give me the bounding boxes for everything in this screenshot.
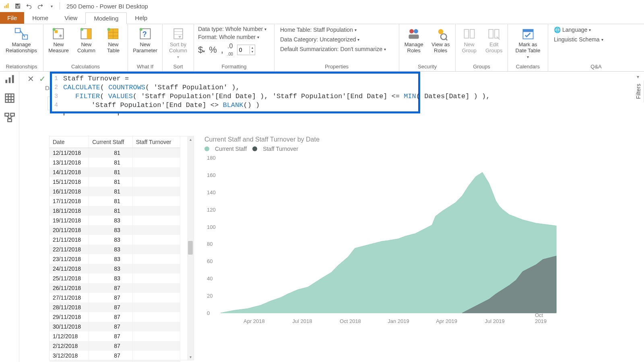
home-table-label: Home Table:	[280, 27, 312, 33]
redo-icon[interactable]	[36, 2, 44, 10]
edit-groups-button[interactable]: Edit Groups	[483, 26, 506, 54]
spinner-down-icon[interactable]: ▾	[250, 50, 255, 54]
table-row[interactable]: 30/11/201887	[50, 322, 180, 331]
cell-staff-turnover	[132, 216, 180, 225]
save-icon[interactable]	[14, 2, 22, 10]
table-row[interactable]: 23/11/201883	[50, 254, 180, 264]
table-row[interactable]: 19/11/201883	[50, 216, 180, 225]
new-column-button[interactable]: New Column	[74, 26, 99, 54]
data-view-icon[interactable]	[4, 93, 15, 104]
cell-staff-turnover	[132, 302, 180, 312]
commit-formula-button[interactable]: ✓	[39, 74, 46, 84]
table-row[interactable]: 25/11/201883	[50, 274, 180, 283]
undo-icon[interactable]	[25, 2, 33, 10]
table-row[interactable]: 22/11/201883	[50, 245, 180, 254]
legend-current-staff: Current Staff	[215, 146, 247, 152]
cell-date: 19/11/2018	[50, 216, 89, 225]
language-dropdown[interactable]: 🌐 Language ▾	[554, 27, 603, 33]
table-row[interactable]: 20/11/201883	[50, 225, 180, 235]
report-view-icon[interactable]	[4, 73, 15, 84]
mark-date-table-button[interactable]: Mark as Date Table ▾	[510, 26, 545, 59]
table-row[interactable]: 21/11/201883	[50, 235, 180, 245]
tab-modeling[interactable]: Modeling	[85, 12, 127, 24]
filters-pane-tab[interactable]: Filters	[634, 80, 644, 102]
column-icon	[79, 27, 93, 41]
home-table-dropdown[interactable]: Home Table: Staff Population ▾	[280, 27, 386, 33]
col-staff-turnover[interactable]: Staff Turnover	[132, 136, 180, 148]
manage-roles-button[interactable]: Manage Roles	[402, 26, 426, 54]
formula-bar: ✕ ✓ 1 2 3 4 Staff Turnover = CALCULATE( …	[23, 72, 634, 113]
svg-rect-33	[464, 29, 469, 38]
manage-relationships-button[interactable]: Manage Relationships	[2, 26, 40, 54]
table-row[interactable]: 4/12/201887	[50, 360, 180, 362]
tab-view[interactable]: View	[56, 12, 85, 24]
formula-expand-icon[interactable]: ▾	[637, 74, 639, 80]
svg-point-23	[139, 28, 142, 31]
cell-current-staff: 87	[89, 360, 133, 362]
chart-visual[interactable]: Current Staff and Staff Turnover by Date…	[204, 136, 567, 331]
table-row[interactable]: 3/12/201887	[50, 351, 180, 360]
tab-help[interactable]: Help	[127, 12, 155, 24]
table-row[interactable]: 2/12/201887	[50, 341, 180, 351]
cancel-formula-button[interactable]: ✕	[27, 74, 34, 84]
percent-button[interactable]: %	[209, 45, 217, 55]
table-row[interactable]: 17/11/201881	[50, 196, 180, 206]
scroll-down-icon[interactable]: ▾	[187, 355, 194, 359]
view-as-roles-button[interactable]: View as Roles	[429, 26, 453, 54]
table-row[interactable]: 18/11/201881	[50, 206, 180, 216]
table-row[interactable]: 27/11/201887	[50, 293, 180, 302]
format-dropdown[interactable]: Format: Whole number ▾	[198, 34, 266, 40]
data-type-dropdown[interactable]: Data type: Whole Number ▾	[198, 26, 266, 32]
scroll-thumb[interactable]	[188, 241, 193, 255]
cell-current-staff: 83	[89, 216, 133, 225]
cell-date: 13/11/2018	[50, 158, 89, 167]
col-date[interactable]: Date	[50, 136, 89, 148]
spinner-up-icon[interactable]: ▴	[250, 46, 255, 50]
new-table-button[interactable]: New Table	[101, 26, 125, 54]
table-row[interactable]: 15/11/201881	[50, 177, 180, 187]
table-row[interactable]: 16/11/201881	[50, 187, 180, 196]
manage-roles-label: Manage Roles	[405, 42, 423, 54]
new-group-button[interactable]: New Group	[458, 26, 481, 54]
qat-dropdown-icon[interactable]: ▾	[47, 2, 56, 10]
tab-file[interactable]: File	[0, 12, 24, 24]
cell-current-staff: 83	[89, 245, 133, 254]
tab-home[interactable]: Home	[24, 12, 56, 24]
cell-staff-turnover	[132, 274, 180, 283]
scroll-up-icon[interactable]: ▴	[187, 137, 194, 142]
new-parameter-button[interactable]: ? New Parameter	[130, 26, 160, 54]
table-row[interactable]: 13/11/201881	[50, 158, 180, 167]
table-scrollbar[interactable]: ▴ ▾	[187, 136, 194, 360]
currency-button[interactable]: $▾	[198, 45, 205, 55]
table-row[interactable]: 24/11/201883	[50, 264, 180, 274]
table-row[interactable]: 1/12/201887	[50, 331, 180, 341]
col-current-staff[interactable]: Current Staff	[89, 136, 133, 148]
cell-current-staff: 87	[89, 293, 133, 302]
summarization-dropdown[interactable]: Default Summarization: Don't summarize ▾	[280, 46, 386, 52]
table-row[interactable]: 28/11/201887	[50, 302, 180, 312]
decimals-value[interactable]	[237, 47, 250, 53]
data-category-dropdown[interactable]: Data Category: Uncategorized ▾	[280, 36, 386, 43]
svg-rect-1	[6, 5, 7, 8]
linguistic-schema-dropdown[interactable]: Linguistic Schema ▾	[554, 36, 603, 43]
cell-staff-turnover	[132, 225, 180, 235]
decimals-input[interactable]: ▴▾	[237, 45, 255, 55]
cell-staff-turnover	[132, 254, 180, 264]
cell-current-staff: 83	[89, 274, 133, 283]
table-visual[interactable]: Date Current Staff Staff Turnover 12/11/…	[49, 136, 194, 360]
table-row[interactable]: 26/11/201887	[50, 283, 180, 293]
model-view-icon[interactable]	[4, 112, 15, 123]
svg-rect-10	[55, 30, 58, 33]
cell-current-staff: 87	[89, 302, 133, 312]
thousands-sep-button[interactable]: ,	[221, 45, 223, 55]
table-row[interactable]: 14/11/201881	[50, 167, 180, 177]
sort-by-column-button[interactable]: Sort by Column ▾	[165, 26, 191, 59]
svg-rect-47	[5, 113, 8, 116]
formula-editor[interactable]: 1 2 3 4 Staff Turnover = CALCULATE( COUN…	[50, 72, 420, 113]
cell-staff-turnover	[132, 235, 180, 245]
table-row[interactable]: 29/11/201887	[50, 312, 180, 322]
new-measure-button[interactable]: ∗ New Measure	[46, 26, 71, 54]
table-row[interactable]: 12/11/201881	[50, 148, 180, 158]
ribbon-tabs: File Home View Modeling Help	[0, 12, 644, 24]
titlebar: ▾ 250 Demo - Power BI Desktop	[0, 0, 644, 12]
